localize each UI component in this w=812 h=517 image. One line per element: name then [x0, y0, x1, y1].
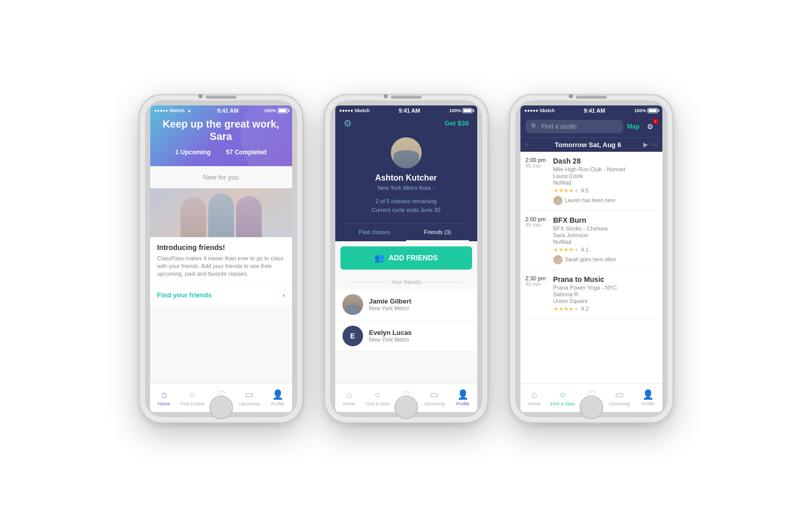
phone3-search: 🔍 Find a studio Map ⚙ 1	[520, 116, 662, 137]
profile-icon-1: 👤	[272, 389, 283, 400]
phone-camera	[199, 94, 203, 98]
time-1: 9:41 AM	[217, 108, 239, 114]
class-item-1[interactable]: 2:00 pm 45 min Dash 28 Mile High Run Clu…	[520, 152, 662, 211]
nav-findclass-2[interactable]: ○ Find a class	[364, 389, 392, 406]
date-strip: 5 Tomorrow Sat, Aug 6 ▶ Fri	[520, 137, 662, 152]
phone-home: ●●●●● Sketch ▲ 9:41 AM 100% Keep up the …	[139, 94, 303, 423]
nav-profile-label-2: Profile	[456, 401, 470, 406]
filter-icon: ⚙	[647, 122, 654, 131]
search-icon-nav-3: ○	[560, 389, 566, 400]
friend-item-2[interactable]: E Evelyn Lucas New York Metro	[335, 320, 477, 352]
friend-item-1[interactable]: Jamie Gilbert New York Metro	[335, 289, 477, 320]
status-bar-2: ●●●●● Sketch 9:41 AM 100%	[335, 105, 477, 116]
friend-avatar-2: E	[342, 326, 363, 346]
search-bar[interactable]: 🔍 Find a studio	[526, 120, 623, 133]
friend-info-1: Jamie Gilbert New York Metro	[369, 297, 411, 311]
class-studio-3: Prana Power Yoga - NYC	[553, 284, 657, 291]
class-rating-2: ★★★★★ 4.1	[553, 246, 657, 253]
upcoming-count: 1 Upcoming	[175, 149, 211, 156]
add-friends-button[interactable]: 👥 ADD FRIENDS	[340, 246, 472, 270]
location-chevron: ›	[433, 185, 435, 190]
class-time-1: 2:00 pm 45 min	[526, 157, 548, 205]
nav-home-1[interactable]: ⌂ Home	[150, 389, 178, 406]
cycle-end: Current cycle ends June 30	[344, 206, 469, 215]
nav-profile-1[interactable]: 👤 Profile	[263, 389, 292, 406]
home-button-3[interactable]	[580, 396, 603, 419]
status-right-3: 100%	[634, 108, 658, 113]
nav-profile-2[interactable]: 👤 Profile	[448, 389, 477, 406]
date-next-label: Fri	[651, 142, 657, 148]
nav-upcoming-1[interactable]: ▭ Upcoming	[235, 389, 263, 406]
your-friends-label: Your friends	[335, 275, 477, 289]
calendar-icon-1: ▭	[245, 389, 254, 400]
battery-fill-1	[279, 109, 286, 112]
home-icon-1: ⌂	[161, 389, 167, 400]
friend-name-2: Evelyn Lucas	[369, 329, 412, 336]
class-instructor-3: Sabrina R.	[553, 291, 657, 297]
add-friends-label: ADD FRIENDS	[389, 254, 438, 262]
profile-location: New York Metro Area ›	[344, 185, 469, 191]
promo-text: ClassPass makes it easier than ever to g…	[157, 255, 285, 278]
carrier-1: ●●●●● Sketch	[154, 108, 185, 113]
profile-name: Ashton Kutcher	[344, 173, 469, 183]
chevron-right-icon: ›	[282, 291, 284, 299]
home-button-1[interactable]	[209, 396, 233, 419]
nav-upcoming-label-1: Upcoming	[239, 401, 260, 406]
class-time-dur-3: 45 min	[526, 281, 548, 287]
friend-location-1: New York Metro	[369, 305, 411, 311]
nav-upcoming-3[interactable]: ▭ Upcoming	[605, 389, 634, 406]
home-button-2[interactable]	[394, 396, 418, 419]
battery-3: 100%	[634, 108, 646, 113]
class-item-3[interactable]: 2:30 pm 45 min Prana to Music Prana Powe…	[520, 270, 662, 320]
class-item-2[interactable]: 2:00 pm 45 min BFX Burn BFX Studio - Che…	[520, 211, 662, 270]
search-placeholder: Find a studio	[542, 123, 577, 130]
promo-title: Introducing friends!	[157, 243, 285, 252]
nav-home-label-3: Home	[528, 401, 540, 406]
find-friends-label: Find your friends	[157, 291, 212, 299]
rating-num-2: 4.1	[581, 246, 589, 253]
home-icon-2: ⌂	[347, 389, 352, 400]
get-money-btn[interactable]: Get $30	[445, 119, 469, 127]
map-button[interactable]: Map	[627, 123, 640, 130]
battery-icon-2	[462, 108, 473, 113]
nav-findclass-3[interactable]: ○ Find a class	[549, 389, 577, 406]
status-left-1: ●●●●● Sketch ▲	[154, 108, 192, 113]
find-friends-link[interactable]: Find your friends ›	[150, 284, 292, 305]
social-avatar-2	[553, 255, 563, 264]
date-next-btn[interactable]: ▶	[643, 141, 648, 148]
profile-icon-2: 👤	[457, 389, 468, 400]
add-friends-icon: 👥	[374, 253, 385, 263]
phone-inner-3: ●●●●● Sketch 9:41 AM 100% 🔍 Find a studi	[515, 100, 667, 417]
completed-count: 57 Completed	[226, 149, 266, 156]
phone2-header: ⚙ Get $30 Ashton Kutcher New York Metro …	[335, 105, 477, 241]
nav-findclass-1[interactable]: ○ Find a class	[178, 389, 207, 406]
filter-button[interactable]: ⚙ 1	[644, 120, 657, 133]
status-right-1: 100%	[264, 108, 287, 113]
class-time-dur-1: 45 min	[526, 163, 548, 169]
settings-icon[interactable]: ⚙	[344, 118, 352, 129]
profile-icon-3: 👤	[642, 389, 654, 400]
nav-profile-label-3: Profile	[641, 401, 655, 406]
class-neighborhood-1: NoMad	[553, 180, 657, 186]
nav-home-2[interactable]: ⌂ Home	[335, 389, 364, 406]
status-right-2: 100%	[449, 108, 473, 113]
friend-info-2: Evelyn Lucas New York Metro	[369, 329, 412, 343]
class-instructor-1: Laura Cozik	[553, 173, 657, 179]
phone-speaker-3	[576, 96, 607, 99]
nav-profile-3[interactable]: 👤 Profile	[634, 389, 662, 406]
star-empty-3: ★	[574, 306, 579, 312]
battery-fill-3	[648, 109, 656, 112]
nav-upcoming-2[interactable]: ▭ Upcoming	[420, 389, 448, 406]
tab-past-label: Past classes	[358, 229, 390, 235]
nav-home-label-2: Home	[343, 401, 355, 406]
stat-completed: 57 Completed	[226, 149, 266, 156]
nav-home-3[interactable]: ⌂ Home	[520, 389, 549, 406]
battery-icon-3	[647, 108, 658, 113]
phone-profile: ●●●●● Sketch 9:41 AM 100% ⚙ Get $30	[324, 94, 489, 423]
tab-friends[interactable]: Friends (3)	[406, 224, 469, 241]
class-time-main-2: 2:00 pm	[526, 216, 548, 222]
tab-past-classes[interactable]: Past classes	[344, 224, 406, 241]
time-3: 9:41 AM	[584, 108, 605, 114]
home-icon-3: ⌂	[532, 389, 537, 400]
nav-upcoming-label-2: Upcoming	[424, 401, 445, 406]
